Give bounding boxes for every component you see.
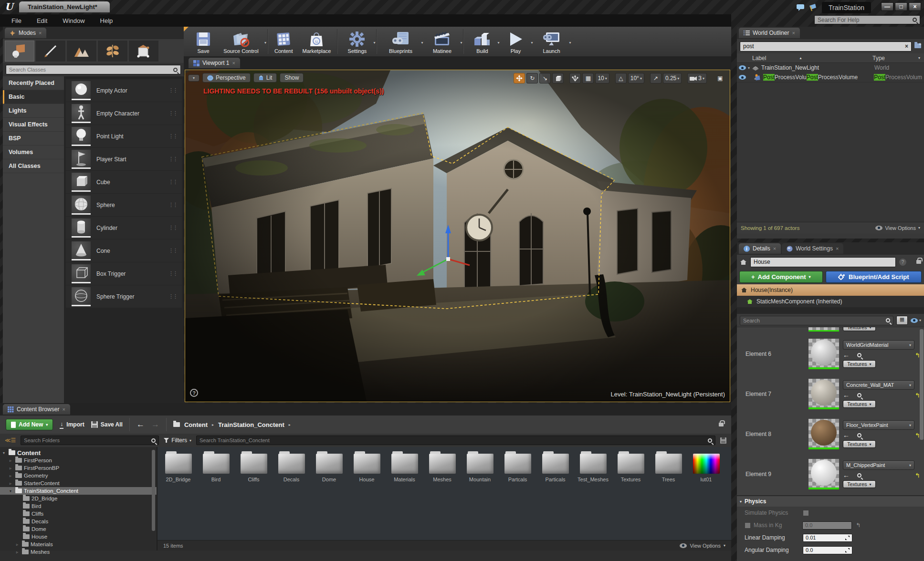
place-item-empty-character[interactable]: Empty Character⋮⋮ (66, 102, 182, 125)
close-icon[interactable]: × (39, 30, 42, 36)
close-button[interactable]: × (909, 2, 921, 11)
drag-grip-icon[interactable]: ⋮⋮ (168, 225, 177, 231)
drag-grip-icon[interactable]: ⋮⋮ (168, 87, 177, 94)
tab-details[interactable]: i Details × (739, 243, 781, 254)
asset-folder[interactable]: Dome (310, 449, 348, 482)
browse-icon[interactable] (857, 393, 861, 397)
mode-paint-button[interactable] (36, 41, 65, 62)
type-filter-icon[interactable]: ▾ (918, 56, 920, 60)
tree-item-bird[interactable]: Bird (0, 502, 157, 510)
sources-panel-toggle-icon[interactable]: ≪☰ (5, 437, 16, 444)
mode-landscape-button[interactable] (67, 41, 96, 62)
asset-folder[interactable]: Meshes (423, 449, 461, 482)
material-thumbnail[interactable] (808, 339, 839, 369)
category-visual-effects[interactable]: Visual Effects (3, 118, 64, 132)
outliner-empty-area[interactable] (737, 82, 924, 222)
place-item-empty-actor[interactable]: Empty Actor⋮⋮ (66, 79, 182, 102)
help-search[interactable]: Search For Help (814, 15, 920, 24)
use-selected-icon[interactable]: ← (843, 391, 850, 399)
outliner-row-postprocessvolume[interactable]: + PostProcessVoluPostProcessVolume PostP… (737, 73, 924, 82)
component-house-instance[interactable]: House(Instance) (737, 284, 924, 296)
asset-folder[interactable]: Bird (197, 449, 235, 482)
category-bsp[interactable]: BSP (3, 132, 64, 145)
tree-item-decals[interactable]: Decals (0, 518, 157, 525)
place-item-cone[interactable]: Cone⋮⋮ (66, 239, 182, 262)
matinee-button[interactable]: Matinee ▾ (422, 28, 462, 55)
reset-icon[interactable]: ↰ (856, 522, 861, 529)
tree-item-2d-bridge[interactable]: 2D_Bridge (0, 495, 157, 502)
chevron-down-icon[interactable]: ▾ (569, 41, 571, 45)
save-button[interactable]: Save (190, 28, 216, 55)
column-label[interactable]: Label (741, 55, 766, 62)
scale-snap-toggle[interactable]: ↗ (650, 73, 662, 83)
drag-grip-icon[interactable]: ⋮⋮ (168, 270, 177, 277)
help-circle-icon[interactable]: ? (899, 259, 906, 266)
tree-item-content[interactable]: ▾Content (0, 449, 157, 457)
minimize-button[interactable]: — (881, 2, 893, 11)
material-select[interactable]: WorldGridMaterial▾ (843, 340, 914, 350)
mode-geometry-button[interactable] (129, 41, 158, 62)
visibility-eye-icon[interactable] (739, 65, 746, 70)
asset-folder[interactable]: Partcals (499, 449, 536, 482)
asset-grid-panel[interactable]: 2D_Bridge Bird Cliffs Decals Dome House … (158, 447, 731, 551)
launch-button[interactable]: Launch ▾ (532, 28, 570, 55)
mode-place-button[interactable] (5, 41, 34, 62)
asset-folder[interactable]: House (348, 449, 386, 482)
outliner-view-options-button[interactable]: View Options ▾ (875, 225, 920, 231)
save-all-button[interactable]: Save All (91, 421, 123, 428)
marketplace-button[interactable]: u Marketplace (298, 28, 336, 55)
tree-item-geometry[interactable]: ▹Geometry (0, 472, 157, 479)
filters-button[interactable]: Filters ▾ (164, 437, 191, 444)
outliner-search-input[interactable]: post × (740, 42, 912, 52)
place-item-sphere[interactable]: Sphere⋮⋮ (66, 194, 182, 216)
source-control-button[interactable]: Source Control ▾ (216, 28, 266, 55)
menu-edit[interactable]: Edit (29, 15, 55, 27)
asset-folder[interactable]: Materials (386, 449, 423, 482)
forward-button[interactable]: → (151, 420, 159, 429)
drag-grip-icon[interactable]: ⋮⋮ (168, 293, 177, 300)
close-icon[interactable]: × (62, 406, 65, 412)
lock-icon[interactable] (719, 423, 724, 426)
expanded-arrow-icon[interactable]: ▾ (748, 66, 750, 70)
angular-damping-input[interactable]: 0.0 (803, 546, 852, 554)
use-selected-icon[interactable]: ← (843, 471, 850, 479)
asset-folder[interactable]: Mountain (461, 449, 499, 482)
actor-name-field[interactable] (750, 257, 896, 267)
tree-item-firstperson[interactable]: ▹FirstPerson (0, 457, 157, 464)
category-all-classes[interactable]: All Classes (3, 159, 64, 173)
drag-grip-icon[interactable]: ⋮⋮ (168, 110, 177, 116)
details-search-input[interactable]: Search (740, 316, 893, 325)
drag-grip-icon[interactable]: ⋮⋮ (168, 156, 177, 162)
rotation-snap-toggle[interactable]: △ (615, 73, 627, 83)
place-item-cube[interactable]: Cube⋮⋮ (66, 171, 182, 193)
simulate-physics-checkbox[interactable] (803, 510, 809, 516)
import-button[interactable]: ↓ Import (60, 421, 84, 429)
tab-world-settings[interactable]: World Settings × (782, 243, 843, 254)
perspective-button[interactable]: Perspective (202, 73, 251, 83)
chevron-down-icon[interactable]: ▾ (460, 41, 462, 45)
component-staticmesh[interactable]: StaticMeshComponent (Inherited) (737, 296, 924, 307)
scale-tool-button[interactable]: ↘ (539, 73, 551, 83)
rotation-snap-value[interactable]: 10°▾ (628, 73, 644, 83)
use-selected-icon[interactable]: ← (843, 431, 850, 439)
material-select[interactable]: M_ChippedPaint▾ (843, 460, 914, 470)
collapsed-arrow-icon[interactable]: ▹ (10, 481, 13, 486)
asset-lut-texture[interactable]: lut01 (687, 449, 725, 482)
expanded-arrow-icon[interactable]: ▾ (3, 451, 7, 455)
lit-button[interactable]: Lit (253, 73, 277, 83)
display-filter-button[interactable]: ▾ (911, 318, 921, 323)
menu-help[interactable]: Help (93, 15, 121, 27)
community-icon[interactable] (808, 3, 817, 13)
browse-icon[interactable] (857, 353, 861, 357)
save-search-icon[interactable] (720, 437, 726, 444)
mode-foliage-button[interactable] (98, 41, 127, 62)
chevron-down-icon[interactable]: ▾ (264, 41, 266, 45)
category-lights[interactable]: Lights (3, 104, 64, 118)
tree-item-trainstation-conctent[interactable]: ▾TrainStation_Conctent (0, 487, 157, 495)
tree-item-meshes[interactable]: ▹Meshes (0, 548, 157, 556)
category-volumes[interactable]: Volumes (3, 145, 64, 159)
blueprints-button[interactable]: Blueprints ▾ (378, 28, 422, 55)
chevron-down-icon[interactable]: ▾ (373, 41, 375, 45)
linear-damping-input[interactable]: 0.01 (803, 534, 852, 542)
browse-icon[interactable] (857, 433, 861, 437)
